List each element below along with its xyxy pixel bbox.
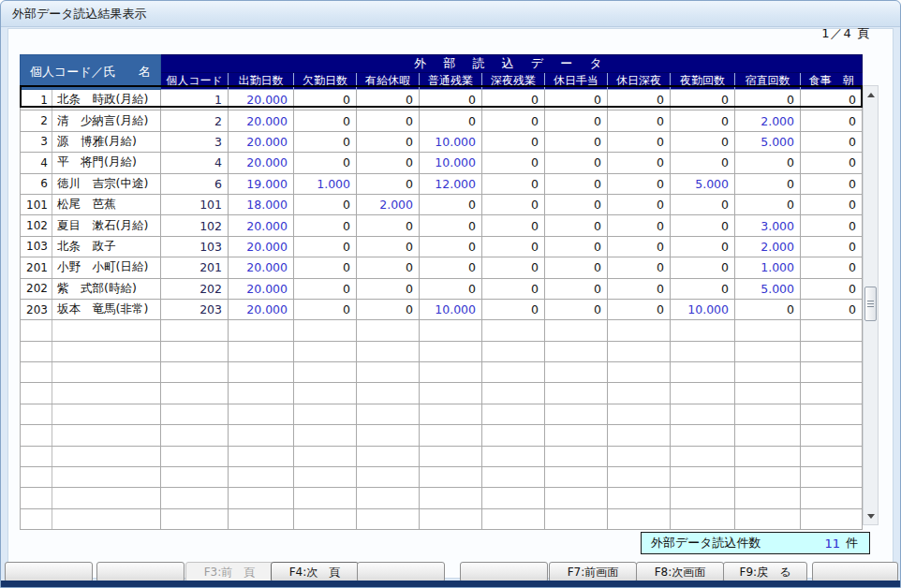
import-count-unit: 件 bbox=[846, 535, 858, 551]
table-row[interactable]: 3源 博雅(月給)320.0000010.00000005.0000 bbox=[21, 131, 863, 152]
value-cell: 0 bbox=[357, 173, 420, 194]
column-header: 休日深夜 bbox=[608, 73, 671, 90]
name-column-header: 個人コード／氏 名 bbox=[21, 55, 161, 90]
fkey-f8[interactable]: F8:次画面 bbox=[636, 562, 724, 582]
value-cell: 0 bbox=[801, 173, 863, 194]
value-cell: 10.000 bbox=[420, 131, 482, 152]
table-row[interactable]: 2清 少納言(月給)220.00000000002.0000 bbox=[21, 110, 863, 131]
value-cell: 0 bbox=[801, 194, 863, 214]
employee-cell: 2清 少納言(月給) bbox=[21, 110, 161, 131]
empty-cell bbox=[161, 488, 229, 508]
empty-cell bbox=[608, 362, 671, 383]
scroll-down-button[interactable] bbox=[864, 509, 878, 522]
empty-cell bbox=[161, 341, 229, 361]
empty-cell bbox=[608, 467, 671, 488]
empty-cell bbox=[545, 341, 608, 361]
empty-cell bbox=[229, 467, 294, 488]
empty-cell bbox=[420, 425, 482, 446]
table-row[interactable]: 202紫 式部(時給)20220.00000000005.0000 bbox=[21, 278, 863, 299]
empty-cell bbox=[357, 404, 420, 424]
column-header: 欠勤日数 bbox=[294, 73, 357, 90]
import-count-box: 外部データ読込件数 11 件 bbox=[641, 532, 870, 554]
value-cell: 20.000 bbox=[229, 90, 294, 110]
value-cell: 0 bbox=[545, 194, 608, 214]
value-cell: 0 bbox=[671, 153, 735, 173]
value-cell: 0 bbox=[545, 90, 608, 110]
value-cell: 0 bbox=[801, 90, 863, 110]
fkey-blank bbox=[357, 562, 445, 582]
value-cell: 12.000 bbox=[420, 173, 482, 194]
value-cell: 0 bbox=[545, 278, 608, 299]
table-row[interactable]: 4平 将門(月給)420.0000010.000000000 bbox=[21, 153, 863, 173]
scroll-up-button[interactable] bbox=[864, 88, 878, 101]
value-cell: 5.000 bbox=[735, 131, 801, 152]
employee-cell: 101松尾 芭蕉 bbox=[21, 194, 161, 214]
employee-cell: 1北条 時政(月給) bbox=[21, 90, 161, 110]
empty-cell bbox=[229, 362, 294, 383]
employee-cell bbox=[21, 341, 161, 361]
value-cell: 0 bbox=[671, 131, 735, 152]
value-cell: 20.000 bbox=[229, 131, 294, 152]
employee-name: 紫 式部(時給) bbox=[52, 281, 137, 297]
empty-cell bbox=[420, 383, 482, 404]
row-number bbox=[21, 509, 52, 529]
table-row[interactable]: 6徳川 吉宗(中途)619.0001.000012.0000005.00000 bbox=[21, 173, 863, 194]
value-cell: 10.000 bbox=[420, 299, 482, 319]
table-row[interactable]: 103北条 政子10320.00000000002.0000 bbox=[21, 236, 863, 257]
fkey-f7[interactable]: F7:前画面 bbox=[549, 562, 637, 582]
empty-cell bbox=[294, 425, 357, 446]
value-cell: 10.000 bbox=[671, 299, 735, 319]
row-number bbox=[21, 362, 52, 382]
value-cell: 0 bbox=[671, 110, 735, 131]
value-cell: 0 bbox=[294, 194, 357, 214]
value-cell: 0 bbox=[357, 299, 420, 319]
empty-cell bbox=[671, 320, 735, 341]
code-cell: 202 bbox=[161, 278, 229, 299]
triangle-down-icon bbox=[867, 514, 875, 519]
empty-cell bbox=[482, 488, 545, 508]
table-row[interactable]: 102夏目 漱石(月給)10220.00000000003.0000 bbox=[21, 215, 863, 236]
fkey-blank bbox=[96, 562, 185, 582]
empty-cell bbox=[735, 508, 801, 529]
employee-name: 清 少納言(月給) bbox=[52, 113, 148, 129]
employee-cell bbox=[21, 446, 161, 466]
value-cell: 0 bbox=[671, 257, 735, 278]
empty-cell bbox=[294, 320, 357, 341]
value-cell: 0 bbox=[801, 110, 863, 131]
empty-cell bbox=[420, 404, 482, 424]
empty-cell bbox=[420, 488, 482, 508]
table-row[interactable]: 1北条 時政(月給)120.000000000000 bbox=[21, 90, 863, 110]
empty-row bbox=[21, 446, 863, 466]
vertical-scrollbar[interactable] bbox=[863, 85, 879, 525]
empty-cell bbox=[482, 383, 545, 404]
empty-cell bbox=[357, 467, 420, 488]
value-cell: 0 bbox=[357, 110, 420, 131]
empty-cell bbox=[671, 362, 735, 383]
value-cell: 0 bbox=[482, 215, 545, 236]
value-cell: 0 bbox=[735, 299, 801, 319]
window-titlebar[interactable]: 外部データ読込結果表示 bbox=[1, 1, 900, 27]
empty-cell bbox=[608, 341, 671, 361]
empty-cell bbox=[671, 446, 735, 466]
empty-cell bbox=[161, 383, 229, 404]
value-cell: 19.000 bbox=[229, 173, 294, 194]
table-row[interactable]: 203坂本 竜馬(非常)20320.0000010.00000010.00000 bbox=[21, 299, 863, 319]
employee-name: 北条 政子 bbox=[52, 239, 116, 255]
value-cell: 0 bbox=[801, 257, 863, 278]
table-row[interactable]: 101松尾 芭蕉10118.00002.0000000000 bbox=[21, 194, 863, 214]
empty-cell bbox=[671, 341, 735, 361]
fkey-f4[interactable]: F4:次 頁 bbox=[271, 562, 359, 582]
scrollbar-thumb[interactable] bbox=[864, 287, 877, 321]
value-cell: 0 bbox=[294, 257, 357, 278]
empty-cell bbox=[608, 320, 671, 341]
employee-cell: 203坂本 竜馬(非常) bbox=[21, 299, 161, 319]
empty-cell bbox=[735, 467, 801, 488]
value-cell: 0 bbox=[545, 110, 608, 131]
value-cell: 0 bbox=[420, 194, 482, 214]
empty-cell bbox=[420, 508, 482, 529]
fkey-f9[interactable]: F9:戻 る bbox=[723, 562, 807, 582]
table-row[interactable]: 201小野 小町(日給)20120.00000000001.0000 bbox=[21, 257, 863, 278]
row-number: 4 bbox=[21, 153, 52, 172]
employee-cell: 201小野 小町(日給) bbox=[21, 257, 161, 278]
empty-cell bbox=[482, 320, 545, 341]
